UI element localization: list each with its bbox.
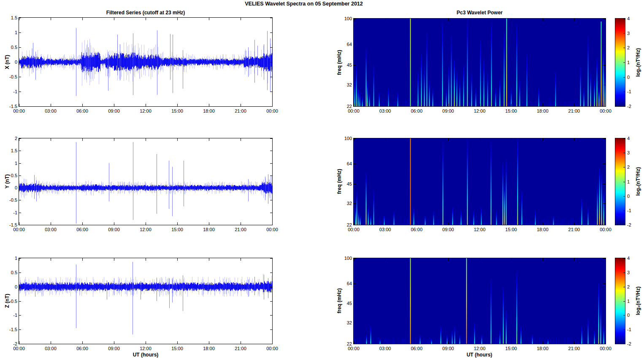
ut-hours-label-right: UT (hours) <box>467 352 492 358</box>
tick-label: -1 <box>627 208 638 213</box>
tick-label: 45 <box>334 181 352 186</box>
tick-label: 3 <box>627 150 638 155</box>
y-wavelet-spectrogram <box>353 138 606 225</box>
z-wavelet-spectrogram <box>353 258 606 344</box>
tick-label: -0.5 <box>0 299 17 304</box>
tick-label: 21:00 <box>564 346 584 351</box>
z-timeseries-plot <box>19 258 273 344</box>
tick-label: 15:00 <box>167 346 187 351</box>
tick-label: 18:00 <box>533 227 553 232</box>
tick-label: -2 <box>0 341 17 346</box>
tick-label: -2 <box>627 341 638 346</box>
tick-label: 2 <box>627 165 638 170</box>
tick-label: 100 <box>334 256 352 261</box>
tick-label: 06:00 <box>72 227 92 232</box>
tick-label: 0 <box>627 313 638 318</box>
tick-label: 00:00 <box>262 346 282 351</box>
x-timeseries-plot <box>19 17 273 107</box>
y-timeseries-plot <box>19 138 273 225</box>
tick-label: 18:00 <box>533 108 553 113</box>
tick-label: 22 <box>334 341 352 346</box>
tick-label: 06:00 <box>72 346 92 351</box>
tick-label: 06:00 <box>406 346 427 351</box>
tick-label: -1.5 <box>0 104 17 109</box>
tick-label: 32 <box>334 82 352 87</box>
tick-label: 0.5 <box>0 45 17 50</box>
tick-label: 00:00 <box>9 227 29 232</box>
tick-label: 09:00 <box>104 227 124 232</box>
tick-label: -2 <box>627 104 638 109</box>
tick-label: 21:00 <box>230 227 251 232</box>
tick-label: 03:00 <box>375 108 395 113</box>
x-wavelet-spectrogram <box>353 18 606 107</box>
colorbar-y <box>615 138 625 225</box>
tick-label: 03:00 <box>375 227 395 232</box>
tick-label: 00:00 <box>9 108 29 113</box>
tick-label: 1.5 <box>0 15 17 20</box>
tick-label: 06:00 <box>72 108 92 113</box>
tick-label: 12:00 <box>135 108 156 113</box>
tick-label: -1.5 <box>0 222 17 227</box>
tick-label: 18:00 <box>533 346 553 351</box>
tick-label: 2 <box>0 136 17 141</box>
tick-label: 64 <box>334 161 352 166</box>
tick-label: -1.5 <box>0 327 17 332</box>
tick-label: 4 <box>627 256 638 261</box>
colorbar-x <box>615 18 625 107</box>
tick-label: 0.5 <box>0 173 17 178</box>
tick-label: 15:00 <box>167 108 187 113</box>
tick-label: 32 <box>334 201 352 206</box>
tick-label: 00:00 <box>262 108 282 113</box>
tick-label: 15:00 <box>501 108 521 113</box>
tick-label: 1 <box>627 299 638 304</box>
tick-label: 100 <box>334 136 352 141</box>
tick-label: 09:00 <box>438 108 458 113</box>
tick-label: 45 <box>334 301 352 306</box>
tick-label: 12:00 <box>135 227 156 232</box>
tick-label: -0.5 <box>0 74 17 79</box>
tick-label: 12:00 <box>135 346 156 351</box>
ut-hours-label-left: UT (hours) <box>133 352 159 358</box>
tick-label: 21:00 <box>230 108 251 113</box>
tick-label: 21:00 <box>564 108 584 113</box>
tick-label: 0 <box>0 59 17 65</box>
left-column-title: Filtered Series (cutoff at 23 mHz) <box>19 10 272 16</box>
tick-label: 03:00 <box>41 108 61 113</box>
right-column-title: Pc3 Wavelet Power <box>354 10 606 16</box>
tick-label: 45 <box>334 62 352 67</box>
tick-label: 1 <box>627 60 638 65</box>
tick-label: 4 <box>627 16 638 21</box>
tick-label: 00:00 <box>595 227 616 232</box>
tick-label: 06:00 <box>406 108 427 113</box>
colorbar-z <box>615 258 625 344</box>
tick-label: 1.5 <box>0 148 17 153</box>
tick-label: -1 <box>0 210 17 215</box>
tick-label: 00:00 <box>344 227 364 232</box>
tick-label: 22 <box>334 222 352 227</box>
tick-label: -0.5 <box>0 197 17 202</box>
tick-label: 09:00 <box>438 346 458 351</box>
tick-label: 3 <box>627 270 638 275</box>
tick-label: 12:00 <box>470 346 490 351</box>
tick-label: 03:00 <box>41 346 61 351</box>
tick-label: 15:00 <box>501 227 521 232</box>
tick-label: 00:00 <box>344 108 364 113</box>
tick-label: 21:00 <box>564 227 584 232</box>
tick-label: 0 <box>627 194 638 199</box>
tick-label: 18:00 <box>199 227 219 232</box>
wavelet-spectra-figure: VELIES Wavelet Spectra on 05 September 2… <box>0 0 644 359</box>
tick-label: 03:00 <box>41 227 61 232</box>
tick-label: 18:00 <box>199 108 219 113</box>
tick-label: -1 <box>0 313 17 318</box>
tick-label: 03:00 <box>375 346 395 351</box>
tick-label: 1 <box>0 30 17 35</box>
tick-label: 1 <box>0 256 17 261</box>
tick-label: 4 <box>627 136 638 141</box>
tick-label: 0 <box>0 185 17 190</box>
tick-label: 15:00 <box>501 346 521 351</box>
tick-label: 00:00 <box>595 108 616 113</box>
tick-label: 00:00 <box>262 227 282 232</box>
tick-label: 32 <box>334 320 352 325</box>
tick-label: 00:00 <box>9 346 29 351</box>
tick-label: 100 <box>334 16 352 21</box>
